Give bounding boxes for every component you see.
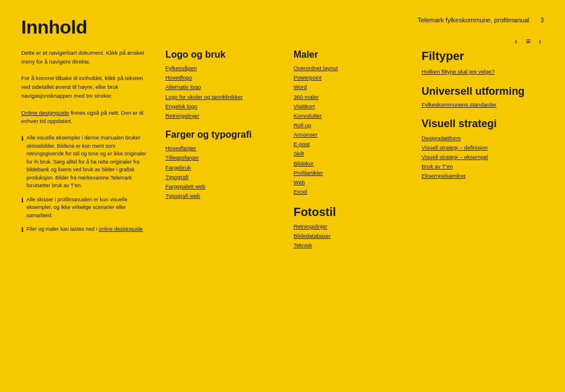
list-item[interactable]: Alternativ logo [165,82,282,92]
heading-universell: Universell utforming [421,85,538,98]
list-item[interactable]: Teknisk [294,241,410,250]
list-item[interactable]: Logo for skoler og tannklinikker [165,92,282,102]
links-visuell: DesignplattformVisuell strategi – defini… [421,134,538,181]
left-column: Dette er et navigerbart dokument. Klikk … [21,49,159,259]
list-item[interactable]: Typografi [165,172,282,182]
list-item[interactable]: Powerpoint [294,73,410,82]
list-item[interactable]: Excel [294,187,410,197]
heading-logo: Logo og bruk [165,49,282,60]
online-designguide-link1[interactable]: Online designguide [21,109,69,116]
list-item[interactable]: Designplattform [421,134,538,143]
header-meta: Telemark fylkeskommune, profilmanual 3 [417,16,544,24]
intro-para1: Dette er et navigerbart dokument. Klikk … [21,49,149,66]
list-item[interactable]: Profilartikler [294,168,410,178]
list-item[interactable]: Visittkort [294,102,410,111]
list-item[interactable]: Tilleggsfarger [165,153,282,162]
list-item[interactable]: Bildekor [294,159,410,168]
online-designguide-link2[interactable]: online designguide [99,226,143,232]
section-logo: Logo og bruk FylkesvåpenHovedlogoAlterna… [165,49,282,121]
section-farger: Farger og typografi HovedfargerTilleggsf… [165,129,282,201]
list-item[interactable]: Typografi web [165,191,282,201]
list-item[interactable]: Fylkesvåpen [165,64,282,73]
notice-icon-2: ℹ [21,197,24,204]
list-item[interactable]: Visuell strategi – eksempel [421,152,538,162]
heading-maler: Maler [294,49,410,60]
list-item[interactable]: Bildedatabaser [294,231,410,241]
heading-fotostil: Fotostil [294,205,410,219]
notice-text-3: Filer og maler kan lastes ned i online d… [26,225,143,234]
list-item[interactable]: Skilt [294,149,410,158]
nav-prev-button[interactable]: ‹ [512,35,520,47]
section-fotostil: Fotostil RetningslinjerBildedatabaserTek… [294,205,410,250]
header-right: Telemark fylkeskommune, profilmanual 3 [417,16,544,24]
notice-icon-1: ℹ [21,135,24,142]
notice-text-1: Alle visuelle eksempler i denne manualen… [26,134,149,190]
section-maler: Maler Overordnet layoutPowerpointWord360… [294,49,410,197]
notice-block-1: ℹ Alle visuelle eksempler i denne manual… [21,134,149,190]
list-item[interactable]: Overordnet layout [294,64,410,73]
list-item[interactable]: E-post [294,139,410,149]
heading-farger: Farger og typografi [165,129,282,140]
list-item[interactable]: Hovedlogo [165,73,282,82]
links-fotostil: RetningslinjerBildedatabaserTeknisk [294,222,410,250]
section-visuell: Visuell strategi DesignplattformVisuell … [421,118,538,181]
list-item[interactable]: Word [294,82,410,92]
col-logo-farger: Logo og bruk FylkesvåpenHovedlogoAlterna… [159,49,288,259]
page-title: Innhold [21,16,87,38]
notice-text-2: Alle skisser i profilmanualen er kun vis… [26,196,149,220]
intro-para3: Online designguide finnes også på nett. … [21,109,149,126]
nav-arrows-area: ‹ ≡ › [512,35,544,47]
notice-block-2: ℹ Alle skisser i profilmanualen er kun v… [21,196,149,220]
list-item[interactable]: Eksempelsamling [421,171,538,181]
notice-icon-3: ℹ [21,226,24,234]
col-right: Filtyper Hvilken filtype skal jeg velge?… [416,49,544,259]
heading-visuell: Visuell strategi [421,118,538,131]
main-content: Dette er et navigerbart dokument. Klikk … [21,49,544,259]
links-farger: HovedfargerTilleggsfargerFargebrukTypogr… [165,144,282,201]
list-item[interactable]: Konvolutter [294,111,410,121]
section-filtyper: Filtyper Hvilken filtype skal jeg velge? [421,49,538,76]
list-item[interactable]: Fargebruk [165,163,282,172]
links-maler: Overordnet layoutPowerpointWord360-maler… [294,64,410,197]
filtyper-link[interactable]: Hvilken filtype skal jeg velge? [421,68,494,75]
intro-para2: For å komme tilbake til innholdet, klikk… [21,74,149,100]
links-logo: FylkesvåpenHovedlogoAlternativ logoLogo … [165,64,282,121]
universell-link[interactable]: Fylkeskommunens standarder [421,100,538,109]
list-item[interactable]: Retningslinjer [294,222,410,231]
col-maler-fotostil: Maler Overordnet layoutPowerpointWord360… [288,49,416,259]
list-item[interactable]: Fargepalett web [165,182,282,191]
list-item[interactable]: Web [294,178,410,187]
list-item[interactable]: Hovedfarger [165,144,282,153]
notice-block-3: ℹ Filer og maler kan lastes ned i online… [21,225,149,234]
section-universell: Universell utforming Fylkeskommunens sta… [421,85,538,109]
list-item[interactable]: Engelsk logo [165,102,282,111]
heading-filtyper: Filtyper [421,49,538,63]
nav-next-button[interactable]: › [536,35,544,47]
nav-menu-button[interactable]: ≡ [523,35,533,47]
list-item[interactable]: 360-maler [294,92,410,102]
list-item[interactable]: Visuell strategi – definisjon [421,143,538,152]
list-item[interactable]: Retningslinjer [165,111,282,121]
list-item[interactable]: Annonser [294,130,410,139]
content-columns: Logo og bruk FylkesvåpenHovedlogoAlterna… [159,49,544,259]
list-item[interactable]: Bruk av T'en [421,162,538,171]
list-item[interactable]: Roll-up [294,121,410,130]
